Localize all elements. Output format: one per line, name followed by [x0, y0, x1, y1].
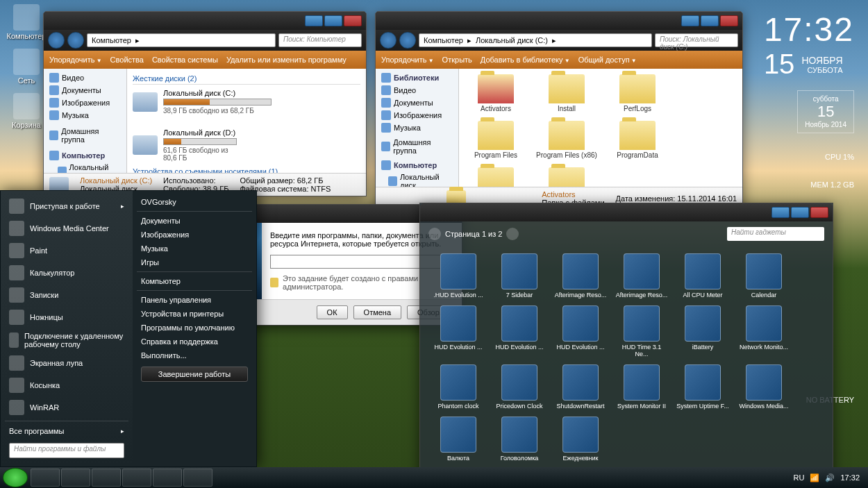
gadget-item[interactable]: ShutdownRestart	[553, 364, 608, 410]
desktop-icon-computer[interactable]: Компьютер	[6, 4, 47, 40]
system-props-button[interactable]: Свойства системы	[152, 56, 218, 64]
forward-button[interactable]	[399, 32, 416, 49]
folder-item[interactable]: PerfLogs	[606, 74, 669, 112]
volume-icon[interactable]: 🔊	[825, 473, 835, 482]
forward-button[interactable]	[67, 32, 84, 49]
start-place-item[interactable]: OVGorsky	[137, 195, 252, 209]
folder-item[interactable]: Install	[535, 74, 598, 112]
start-place-item[interactable]: Документы	[137, 214, 252, 228]
sidebar-item-computer[interactable]: Компьютер	[47, 149, 124, 162]
gadget-item[interactable]: Phantom clock	[431, 364, 485, 410]
taskbar-media[interactable]	[92, 469, 121, 487]
start-program-item[interactable]: Записки	[5, 284, 128, 306]
taskbar-ie[interactable]	[31, 469, 60, 487]
group-header[interactable]: Устройства со съемными носителями (1)	[133, 167, 360, 173]
maximize-button[interactable]	[791, 207, 809, 218]
content-pane[interactable]: ActivatorsInstallPerfLogsProgram FilesPr…	[459, 69, 742, 187]
organize-menu[interactable]: Упорядочить	[49, 56, 102, 64]
maximize-button[interactable]	[324, 15, 342, 26]
next-page-button[interactable]	[506, 228, 519, 240]
sidebar-item[interactable]: Музыка	[47, 109, 124, 121]
start-menu[interactable]: Приступая к работеWindows Media CenterPa…	[0, 190, 257, 467]
start-place-item[interactable]: Панель управления	[137, 293, 252, 307]
system-tray[interactable]: RU 📶 🔊 17:32	[794, 473, 865, 482]
gadget-item[interactable]: HUD Time 3.1 Ne...	[615, 305, 669, 357]
sidebar-item[interactable]: Домашняя группа	[378, 137, 456, 156]
sidebar-item[interactable]: Компьютер	[378, 159, 456, 171]
gadgets-window[interactable]: Страница 1 из 2 Найти гаджеты .HUD Evolu…	[419, 203, 833, 486]
gadget-item[interactable]: Network Monito...	[737, 305, 791, 357]
all-programs[interactable]: Все программы	[5, 423, 128, 439]
open-button[interactable]: Открыть	[442, 56, 472, 64]
minimize-button[interactable]	[771, 207, 790, 218]
start-program-item[interactable]: Windows Media Center	[5, 217, 128, 239]
gadget-item[interactable]: Головоломка	[492, 417, 546, 462]
sidebar-item[interactable]: Видео	[47, 71, 124, 84]
sidebar-item[interactable]: Музыка	[378, 121, 456, 134]
start-place-item[interactable]: Устройства и принтеры	[137, 307, 252, 321]
start-place-item[interactable]: Игры	[137, 255, 252, 269]
shutdown-button[interactable]: Завершение работы	[141, 367, 248, 382]
start-program-item[interactable]: Ножницы	[5, 306, 128, 328]
language-indicator[interactable]: RU	[794, 473, 805, 482]
start-place-item[interactable]: Программы по умолчанию	[137, 321, 252, 335]
folder-item[interactable]: Activators	[465, 74, 527, 112]
content-pane[interactable]: Жесткие диски (2) Локальный диск (C:) 38…	[127, 69, 366, 173]
uninstall-button[interactable]: Удалить или изменить программу	[226, 56, 347, 64]
gadget-item[interactable]: Windows Media...	[737, 364, 791, 410]
ok-button[interactable]: ОК	[317, 305, 348, 319]
gadget-item[interactable]: System Uptime F...	[676, 364, 730, 410]
sidebar-item[interactable]: Библиотеки	[378, 71, 456, 84]
titlebar[interactable]	[420, 203, 833, 221]
desktop-icon-network[interactable]: Сеть	[6, 49, 47, 85]
sidebar-item[interactable]: Видео	[378, 84, 456, 96]
gadget-item[interactable]: System Monitor II	[615, 364, 669, 410]
titlebar[interactable]	[376, 12, 742, 30]
taskbar-run[interactable]	[183, 469, 212, 487]
search-input[interactable]: Поиск: Локальный диск (C:)	[655, 33, 738, 47]
nav-pane[interactable]: Видео Документы Изображения Музыка Домаш…	[44, 69, 127, 173]
start-program-item[interactable]: Калькулятор	[5, 262, 128, 284]
close-button[interactable]	[344, 15, 362, 26]
search-input[interactable]: Поиск: Компьютер	[278, 33, 362, 47]
gadget-item[interactable]: iBattery	[676, 305, 730, 357]
gadget-item[interactable]: HUD Evolution ...	[431, 305, 485, 357]
share-menu[interactable]: Общий доступ	[578, 56, 637, 64]
folder-item[interactable]: Program Files	[465, 121, 527, 159]
gadget-item[interactable]: Валюта	[431, 417, 485, 462]
address-bar[interactable]: Компьютер ▸ Локальный диск (C:) ▸	[419, 33, 652, 47]
taskbar-app[interactable]	[153, 469, 182, 487]
gadget-item[interactable]: .HUD Evolution ...	[431, 253, 485, 298]
nav-pane[interactable]: Библиотеки Видео Документы Изображения М…	[376, 69, 459, 187]
explorer-window-drive-c[interactable]: Компьютер ▸ Локальный диск (C:) ▸ Поиск:…	[375, 11, 743, 210]
desktop-icon-trash[interactable]: Корзина	[6, 93, 47, 129]
sidebar-item[interactable]: Изображения	[378, 109, 456, 121]
taskbar-app[interactable]	[122, 469, 151, 487]
gadgets-search[interactable]: Найти гаджеты	[727, 227, 824, 241]
close-button[interactable]	[810, 207, 828, 218]
properties-button[interactable]: Свойства	[110, 56, 144, 64]
gadget-item[interactable]: Ежедневник	[553, 417, 608, 462]
sidebar-item[interactable]: Документы	[378, 96, 456, 109]
network-icon[interactable]: 📶	[810, 473, 819, 482]
folder-item[interactable]: ProgramData	[606, 121, 669, 159]
explorer-window-computer[interactable]: Компьютер ▸ Поиск: Компьютер Упорядочить…	[43, 11, 367, 196]
taskbar[interactable]: RU 📶 🔊 17:32	[0, 467, 868, 488]
gadget-item[interactable]: Pricedown Clock	[492, 364, 546, 410]
back-button[interactable]	[48, 32, 65, 49]
start-button[interactable]	[3, 468, 28, 487]
start-program-item[interactable]: Подключение к удаленному рабочему столу	[5, 328, 128, 352]
minimize-button[interactable]	[681, 15, 699, 26]
sidebar-item[interactable]: Домашняя группа	[47, 126, 124, 145]
gadget-item[interactable]: Calendar	[737, 253, 791, 298]
sidebar-item[interactable]: Локальный диск	[47, 162, 124, 173]
prev-page-button[interactable]	[428, 228, 441, 240]
folder-item[interactable]: Program Files (x86)	[535, 121, 598, 159]
gadget-item[interactable]: HUD Evolution ...	[492, 305, 546, 357]
sidebar-item[interactable]: Документы	[47, 84, 124, 96]
minimize-button[interactable]	[305, 15, 323, 26]
maximize-button[interactable]	[701, 15, 719, 26]
gadget-item[interactable]: All CPU Meter	[676, 253, 730, 298]
close-button[interactable]	[720, 15, 738, 26]
drive-d[interactable]: Локальный диск (D:) 61,6 ГБ свободно из …	[133, 128, 237, 162]
